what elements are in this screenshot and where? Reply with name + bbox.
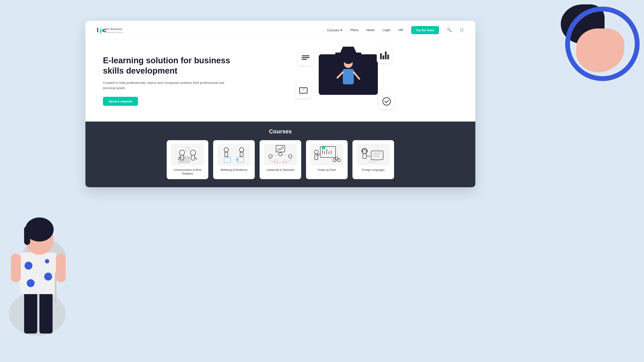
course-label-languages: Foreign Languages	[362, 168, 384, 172]
svg-point-21	[344, 58, 353, 64]
svg-text:c: c	[103, 27, 106, 34]
svg-rect-11	[24, 226, 30, 245]
svg-point-26	[180, 150, 185, 155]
nav-link-hr[interactable]: HR	[398, 28, 403, 32]
course-label-communication: Communication & Work Relations	[170, 168, 205, 176]
svg-point-48	[283, 160, 286, 163]
svg-rect-12	[11, 254, 21, 282]
hero-title: E-learning solution for business skills …	[103, 56, 234, 76]
svg-point-7	[45, 259, 49, 264]
course-card-powerup[interactable]: Power-up Tools	[306, 140, 348, 179]
nav-item-news[interactable]: News	[366, 28, 375, 32]
svg-point-44	[269, 154, 272, 158]
nav-links: Courses Plans News Login HR Try for free…	[327, 26, 464, 34]
float-chart-icon	[377, 48, 392, 63]
svg-rect-14	[55, 272, 56, 303]
svg-rect-72	[369, 161, 376, 162]
hero-blob-gray	[427, 78, 458, 104]
svg-line-71	[366, 156, 370, 156]
chart-bars	[380, 52, 389, 59]
bg-circle-top-right	[565, 6, 640, 81]
svg-point-60	[333, 158, 336, 162]
svg-line-23	[337, 72, 343, 78]
course-card-leadership[interactable]: Leadership & Teamwork	[260, 140, 301, 179]
nav-link-plans[interactable]: Plans	[350, 28, 358, 32]
nav-link-login[interactable]: Login	[382, 28, 390, 32]
nav-item-plans[interactable]: Plans	[350, 28, 358, 32]
svg-point-38	[240, 148, 244, 152]
try-free-button[interactable]: Try for free!	[411, 26, 439, 34]
doc-line-1	[302, 56, 310, 56]
search-icon[interactable]: 🔍	[447, 28, 452, 32]
course-card-communication[interactable]: Communication & Work Relations	[167, 140, 208, 179]
svg-rect-57	[315, 154, 318, 160]
check-mark	[384, 98, 389, 103]
svg-rect-70	[363, 154, 366, 158]
nav-link-news[interactable]: News	[366, 28, 375, 32]
course-img-communication	[171, 144, 204, 166]
hero-text: E-learning solution for business skills …	[103, 56, 234, 106]
svg-line-31	[195, 157, 197, 160]
chart-bar-2	[382, 56, 384, 59]
svg-point-33	[186, 147, 189, 150]
svg-rect-62	[371, 151, 383, 160]
float-email-icon	[296, 83, 311, 98]
svg-point-4	[24, 262, 32, 270]
svg-point-45	[279, 152, 282, 156]
hero-section: E-learning solution for business skills …	[86, 40, 475, 122]
nav-item-courses[interactable]: Courses	[327, 28, 342, 32]
send-request-button[interactable]: Send a request	[103, 97, 138, 106]
course-img-leadership	[264, 144, 297, 166]
nav-item-hr[interactable]: HR	[398, 28, 403, 32]
courses-grid: Communication & Work Relations	[98, 140, 462, 179]
svg-text:for Business: for Business	[106, 27, 122, 31]
course-card-wellbeing[interactable]: Wellbeing & Resilience	[213, 140, 255, 179]
float-doc-icon	[298, 50, 313, 65]
nav-item-try[interactable]: Try for free!	[411, 26, 439, 34]
course-label-leadership: Leadership & Teamwork	[266, 168, 294, 172]
svg-rect-43	[276, 146, 285, 152]
svg-rect-30	[191, 155, 195, 160]
hero-subtitle: Created to help professionals, teams and…	[103, 80, 234, 91]
monitor-screen	[319, 54, 378, 95]
cart-icon[interactable]: 🛒	[460, 28, 464, 32]
svg-rect-3	[20, 252, 57, 294]
float-check-icon	[379, 94, 394, 109]
nav-item-login[interactable]: Login	[382, 28, 390, 32]
courses-dropdown-chevron	[340, 30, 342, 31]
doc-line-2	[302, 57, 310, 58]
chart-bar-4	[387, 54, 389, 59]
svg-text:l: l	[97, 27, 98, 34]
courses-section: Courses	[86, 122, 475, 187]
chart-bar-1	[380, 53, 382, 59]
nav-link-courses[interactable]: Courses	[327, 28, 339, 32]
svg-point-29	[190, 150, 196, 155]
svg-point-56	[314, 150, 318, 154]
svg-point-47	[274, 160, 278, 163]
doc-lines	[302, 56, 310, 60]
svg-rect-13	[56, 254, 66, 282]
hero-blob-teal	[241, 61, 280, 96]
navbar: l p c for Business powered by HaiPut Cou…	[86, 21, 475, 40]
left-character-illustration	[4, 209, 81, 340]
svg-rect-39	[240, 152, 243, 156]
nav-search[interactable]: 🔍	[447, 28, 452, 32]
nav-cart[interactable]: 🛒	[460, 28, 464, 32]
logo: l p c for Business powered by HaiPut	[96, 25, 125, 35]
svg-point-34	[224, 148, 228, 152]
doc-line-3	[302, 59, 307, 60]
course-card-languages[interactable]: Foreign Languages	[352, 140, 394, 179]
course-img-languages	[357, 144, 390, 166]
svg-point-59	[335, 157, 338, 160]
svg-point-41	[236, 158, 238, 161]
check-circle	[382, 97, 391, 106]
svg-point-55	[322, 146, 325, 149]
svg-line-24	[354, 72, 359, 79]
course-label-powerup: Power-up Tools	[318, 168, 336, 172]
svg-text:p: p	[100, 27, 103, 34]
svg-point-61	[337, 158, 340, 162]
chart-bar-3	[385, 52, 386, 59]
svg-rect-22	[343, 69, 354, 84]
svg-point-5	[44, 273, 52, 280]
svg-rect-32	[184, 158, 191, 158]
